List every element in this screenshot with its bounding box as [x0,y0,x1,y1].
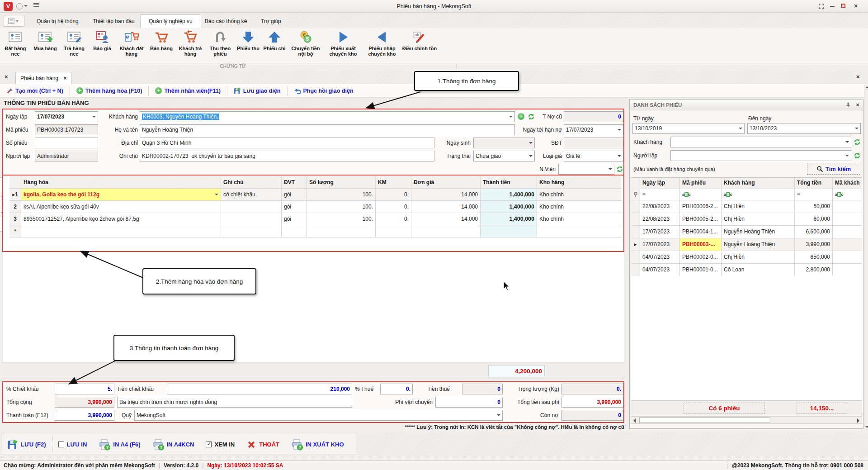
in-a4-button[interactable]: IN A4 (F6) [93,436,146,454]
phi-van-chuyen-input[interactable]: 0 [435,397,503,408]
product-cell[interactable]: kgolia, Golia kẹo the gói 112g [21,189,221,201]
filter-abc[interactable]: aBc [833,189,862,200]
den-ngay-input[interactable]: 13/10/2023 [747,123,861,134]
km-cell[interactable]: 0. [376,201,411,213]
note-cell[interactable] [221,201,282,213]
price-cell[interactable]: 14,000 [411,201,481,213]
product-dropdown-icon[interactable] [215,194,218,197]
quick-access-icon[interactable] [16,3,23,9]
pcol-ma-phieu[interactable]: Mã phiếu [680,178,722,189]
ngay-lap-input[interactable]: 17/07/2023 [35,111,98,122]
ribbon-tab-tro-giup[interactable]: Trợ giúp [252,14,290,28]
ngay-toi-han-no-input[interactable]: 17/07/2023 [564,124,623,135]
note-cell[interactable]: có chiết khấu [221,189,282,201]
refresh-customer-icon[interactable] [528,113,535,120]
ribbon-tab-quan-ly-nghiep-vu[interactable]: Quản lý nghiệp vụ [140,14,201,28]
toolbar-ban-hang[interactable]: Bán hàng [147,28,175,62]
add-customer-icon[interactable]: + [518,113,524,120]
toolbar-phieu-thu[interactable]: Phiếu thu [235,28,261,62]
refresh-panel-creator-icon[interactable] [854,152,861,159]
them-hang-hoa-button[interactable]: + Thêm hàng hóa (F10) [70,86,149,96]
close-button[interactable] [851,2,861,10]
panel-row-1[interactable]: 22/08/2023 PBH00006-2... Chị Hiền 50,000 [631,200,862,213]
warehouse-cell[interactable]: Kho chính [537,213,621,225]
ribbon-tab-bao-cao-thong-ke[interactable]: Báo cáo thống kê [196,14,255,28]
toolbar-customize-icon[interactable] [33,3,39,5]
product-cell[interactable]: ksAl, Alpenlibe kẹo sữa gói 40v [21,201,221,213]
panel-row-6[interactable]: 04/07/2023 PBH00001-0... Cô Loan 2,800,0… [631,264,862,276]
xem-in-checkbox[interactable]: XEM IN [200,436,241,454]
pcol-ma-khach[interactable]: Mã khách [833,178,862,189]
toolbar-dat-hang-ncc[interactable]: Đặt hàng ncc [0,28,31,62]
filter-eq[interactable]: = [640,189,680,200]
toolbar-khach-dat-hang[interactable]: Khách đặt hàng [116,28,147,62]
luu-in-checkbox[interactable]: LƯU IN [52,436,93,454]
pct-thue-input[interactable]: 0. [380,384,413,394]
ngay-sinh-input[interactable] [473,138,535,148]
pin-icon[interactable] [845,102,851,108]
unit-cell[interactable]: gói [282,213,307,225]
panel-row-2[interactable]: 22/08/2023 PBH00005-2... Chị Hiền 60,000 [631,213,862,226]
panel-h-scrollbar[interactable] [631,416,862,424]
warehouse-cell[interactable] [537,225,621,237]
n-vien-input[interactable] [558,164,614,175]
toolbar-tra-hang-ncc[interactable]: Trả hàng ncc [60,28,89,62]
col-km[interactable]: KM [376,176,411,189]
fullscreen-button[interactable] [816,2,826,10]
quy-input[interactable]: MekongSoft [134,410,503,421]
tab-bar-close-icon[interactable] [856,73,860,80]
qty-cell[interactable]: 100. [307,189,376,201]
quick-access-dropdown-icon[interactable] [24,5,28,9]
tab-close-icon[interactable] [63,75,66,81]
tien-chiet-khau-input[interactable]: 210,000 [167,384,352,394]
col-ghi-chu[interactable]: Ghi chú [221,176,282,189]
filter-abc[interactable]: aBc [722,189,795,200]
close-all-tabs-icon[interactable] [5,73,8,80]
product-cell[interactable]: 8935001712527, Alpenlibe kẹo 2chew gói 8… [21,213,221,225]
them-nhan-vien-button[interactable]: + Thêm nhân viên(F11) [149,86,227,96]
dia-chi-input[interactable]: Quận 3 Hồ Chí Minh [140,138,434,148]
main-v-scrollbar[interactable] [864,85,868,430]
item-row-2[interactable]: 2 ksAl, Alpenlibe kẹo sữa gói 40v gói 10… [9,201,623,213]
toolbar-phieu-chi[interactable]: Phiếu chi [261,28,288,62]
pcol-khach-hang[interactable]: Khách hàng [722,178,795,189]
panel-row-5[interactable]: 04/07/2023 PBH00002-0... Chị Hiền 650,00… [631,251,862,264]
toolbar-bao-gia[interactable]: Báo giá [89,28,116,62]
tim-kiem-button[interactable]: Tìm kiếm [807,163,860,175]
col-thanh-tien[interactable]: Thành tiền [481,176,537,189]
scroll-thumb[interactable] [639,417,770,423]
checkbox-checked-icon[interactable] [206,442,212,447]
in-xuat-kho-button[interactable]: IN XUẤT KHO [285,436,350,454]
qty-cell[interactable]: 100. [307,213,376,225]
toolbar-phieu-nhap-chuyen-kho[interactable]: Phiếu nhập chuyển kho [363,28,401,62]
price-cell[interactable]: 14,000 [411,213,481,225]
tab-phieu-ban-hang[interactable]: Phiếu bán hàng [15,72,71,84]
ho-va-ten-input[interactable]: Nguyễn Hoàng Thiện [140,124,515,135]
group-dialog-launcher-icon[interactable] [452,64,457,69]
toolbar-phieu-xuat-chuyen-kho[interactable]: Phiếu xuất chuyển kho [324,28,363,62]
loai-gia-input[interactable]: Giá lẻ [564,151,623,161]
scroll-up-icon[interactable] [865,86,868,88]
scroll-down-icon[interactable] [865,426,868,428]
col-dvt[interactable]: ĐVT [282,176,307,189]
panel-close-icon[interactable] [856,101,859,108]
col-hang-hoa[interactable]: Hàng hóa [21,176,221,189]
pcol-tong-tien[interactable]: Tổng tiền [795,178,833,189]
thanh-toan-input[interactable]: 3,990,000 [55,410,114,421]
unit-cell[interactable]: gói [282,189,307,201]
luu-giao-dien-button[interactable]: Lưu giao diện [227,86,288,96]
item-row-1[interactable]: ▸1 kgolia, Golia kẹo the gói 112g có chi… [9,189,623,201]
panel-row-4-selected[interactable]: ▸ 17/07/2023 PBH00003-... Nguyễn Hoàng T… [631,238,862,251]
ghi-chu-input[interactable]: KDH00002-170723_ok chuyển từ báo giá san… [140,151,434,161]
col-don-gia[interactable]: Đơn giá [411,176,481,189]
pct-chiet-khau-input[interactable]: 5. [55,384,114,394]
note-cell[interactable] [221,225,282,237]
col-kho-hang[interactable]: Kho hàng [537,176,621,189]
thoat-button[interactable]: THOÁT [241,436,285,454]
warehouse-cell[interactable]: Kho chính [537,189,621,201]
toolbar-mua-hang[interactable]: Mua hàng [31,28,60,62]
item-row-3[interactable]: 3 8935001712527, Alpenlibe kẹo 2chew gói… [9,213,623,225]
warehouse-cell[interactable]: Kho chính [537,201,621,213]
trang-thai-input[interactable]: Chưa giao [473,151,535,161]
toolbar-dieu-chinh-ton[interactable]: ab Điều chỉnh tồn [401,28,438,62]
